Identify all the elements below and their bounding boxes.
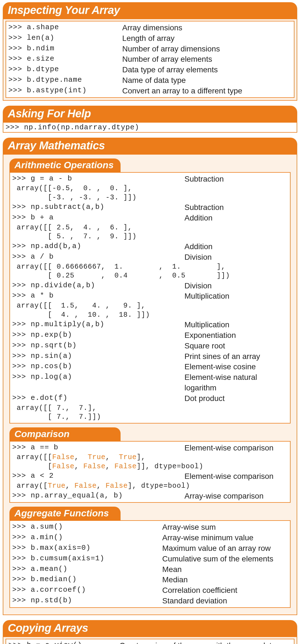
- desc-text: Element-wise cosine: [184, 361, 288, 372]
- output-line: [-3. , -3. , -3. ]]): [12, 193, 288, 202]
- code-row: >>> h = a.view()Create a view of the arr…: [8, 640, 292, 644]
- code-row: >>> a * bMultiplication: [12, 291, 288, 301]
- code-text: >>> b.cumsum(axis=1): [12, 554, 162, 563]
- code-box-arithmetic: >>> g = a - bSubtraction array([[-0.5, 0…: [9, 172, 291, 423]
- subsection-header-aggregate: Aggregate Functions: [9, 507, 121, 520]
- section-header-asking: Asking For Help: [3, 106, 297, 122]
- code-text: >>> np.array_equal(a, b): [12, 491, 184, 501]
- code-text: >>> np.log(a): [12, 372, 184, 382]
- code-text: >>> a.corrcoef(): [12, 585, 162, 595]
- code-row: >>> np.subtract(a,b)Subtraction: [12, 202, 288, 213]
- desc-text: Standard deviation: [162, 596, 288, 606]
- code-row: >>> a == bElement-wise comparison: [12, 443, 288, 453]
- code-text: >>> b + a: [12, 213, 184, 222]
- section-header-math: Array Mathematics: [3, 138, 297, 154]
- subsection-header-arithmetic: Arithmetic Operations: [9, 158, 121, 172]
- code-text: >>> np.divide(a,b): [12, 281, 184, 290]
- code-row: >>> e.sizeNumber of array elements: [8, 54, 292, 65]
- desc-text: Number of array dimensions: [122, 44, 292, 54]
- code-row: >>> a.shapeArray dimensions: [8, 23, 292, 33]
- code-row: >>> np.array_equal(a, b)Array-wise compa…: [12, 491, 288, 501]
- desc-text: Maximum value of an array row: [162, 543, 288, 554]
- subsection-comparison: Comparison >>> a == bElement-wise compar…: [3, 427, 297, 503]
- section-header-copying: Copying Arrays: [3, 620, 297, 636]
- code-row: >>> len(a)Length of array: [8, 33, 292, 44]
- output-line: array([[False, True, True],: [12, 453, 288, 462]
- code-row: >>> b.astype(int)Convert an array to a d…: [8, 86, 292, 96]
- code-row: >>> a / bDivision: [12, 252, 288, 262]
- section-math: Array Mathematics Arithmetic Operations …: [3, 138, 297, 615]
- desc-text: Array-wise minimum value: [162, 532, 288, 543]
- code-text: >>> np.sqrt(b): [12, 341, 184, 350]
- code-text: >>> len(a): [8, 33, 122, 43]
- output-line: [ 4. , 10. , 18. ]]): [12, 311, 288, 320]
- subsection-header-comparison: Comparison: [9, 427, 121, 441]
- code-row: >>> np.exp(b)Exponentiation: [12, 330, 288, 341]
- output-line: array([[ 7., 7.],: [12, 404, 288, 413]
- code-text: >>> a.mean(): [12, 564, 162, 574]
- desc-text: Name of data type: [122, 75, 292, 86]
- code-text: >>> b.median(): [12, 574, 162, 584]
- desc-text: Number of array elements: [122, 54, 292, 65]
- output-line: array([[-0.5, 0. , 0. ],: [12, 184, 288, 193]
- desc-text: Cumulative sum of the elements: [162, 554, 288, 564]
- code-text: >>> np.exp(b): [12, 330, 184, 340]
- code-text: >>> b.dtype.name: [8, 75, 122, 85]
- desc-text: Subtraction: [184, 202, 288, 213]
- desc-text: Length of array: [122, 33, 292, 44]
- desc-text: Create a view of the array with the same…: [119, 640, 292, 644]
- code-box-comparison: >>> a == bElement-wise comparison array(…: [9, 441, 291, 503]
- desc-text: Data type of array elements: [122, 65, 292, 75]
- section-asking: Asking For Help >>> np.info(np.ndarray.d…: [3, 106, 297, 133]
- code-row: >>> b.max(axis=0)Maximum value of an arr…: [12, 543, 288, 554]
- desc-text: Addition: [184, 241, 288, 252]
- code-row: >>> b.dtype.nameName of data type: [8, 75, 292, 86]
- desc-text: Array-wise sum: [162, 522, 288, 532]
- code-text: >>> g = a - b: [12, 174, 184, 184]
- output-line: array([True, False, False], dtype=bool): [12, 482, 288, 491]
- section-copying: Copying Arrays >>> h = a.view()Create a …: [3, 620, 297, 644]
- desc-text: Array-wise comparison: [184, 491, 288, 501]
- code-row: >>> b.ndimNumber of array dimensions: [8, 44, 292, 54]
- output-line: array([[ 0.66666667, 1. , 1. ],: [12, 262, 288, 272]
- code-text: >>> b.ndim: [8, 44, 122, 53]
- code-row: >>> np.add(b,a)Addition: [12, 241, 288, 252]
- code-text: >>> b.dtype: [8, 65, 122, 74]
- desc-text: Element-wise comparison: [184, 471, 288, 482]
- desc-text: Addition: [184, 213, 288, 223]
- code-text: >>> np.std(b): [12, 596, 162, 605]
- code-row: >>> a.corrcoef()Correlation coefficient: [12, 585, 288, 596]
- code-row: >>> np.divide(a,b)Division: [12, 281, 288, 291]
- code-row: >>> np.multiply(a,b)Multiplication: [12, 319, 288, 330]
- section-body-inspecting: >>> a.shapeArray dimensions>>> len(a)Len…: [3, 19, 297, 101]
- desc-text: Dot product: [184, 393, 288, 404]
- subsection-aggregate: Aggregate Functions >>> a.sum()Array-wis…: [3, 507, 297, 608]
- desc-text: Mean: [162, 564, 288, 575]
- output-line: array([[ 2.5, 4. , 6. ],: [12, 223, 288, 232]
- desc-text: Division: [184, 252, 288, 262]
- output-line: [False, False, False]], dtype=bool): [12, 462, 288, 471]
- section-body-copying: >>> h = a.view()Create a view of the arr…: [3, 636, 297, 644]
- code-row: >>> b.cumsum(axis=1)Cumulative sum of th…: [12, 554, 288, 564]
- desc-text: Correlation coefficient: [162, 585, 288, 596]
- code-text: >>> a == b: [12, 443, 184, 452]
- output-line: array([[ 1.5, 4. , 9. ],: [12, 301, 288, 311]
- code-row: >>> a.sum()Array-wise sum: [12, 522, 288, 532]
- code-text: >>> h = a.view(): [8, 640, 119, 644]
- subsection-arithmetic: Arithmetic Operations >>> g = a - bSubtr…: [3, 158, 297, 423]
- desc-text: Exponentiation: [184, 330, 288, 341]
- code-line: >>> np.info(np.ndarray.dtype): [6, 123, 294, 132]
- code-row: >>> b.median()Median: [12, 574, 288, 585]
- desc-text: Element-wise natural logarithm: [184, 372, 288, 393]
- code-row: >>> np.std(b)Standard deviation: [12, 596, 288, 606]
- output-line: [ 7., 7.]]): [12, 413, 288, 422]
- code-text: >>> a.min(): [12, 532, 162, 542]
- desc-text: Array dimensions: [122, 23, 292, 33]
- code-text: >>> np.sin(a): [12, 351, 184, 361]
- code-text: >>> a.sum(): [12, 522, 162, 532]
- code-row: >>> g = a - bSubtraction: [12, 174, 288, 184]
- code-text: >>> e.size: [8, 54, 122, 64]
- output-line: [ 5. , 7. , 9. ]]): [12, 232, 288, 241]
- code-row: >>> b + aAddition: [12, 213, 288, 223]
- code-text: >>> np.cos(b): [12, 361, 184, 371]
